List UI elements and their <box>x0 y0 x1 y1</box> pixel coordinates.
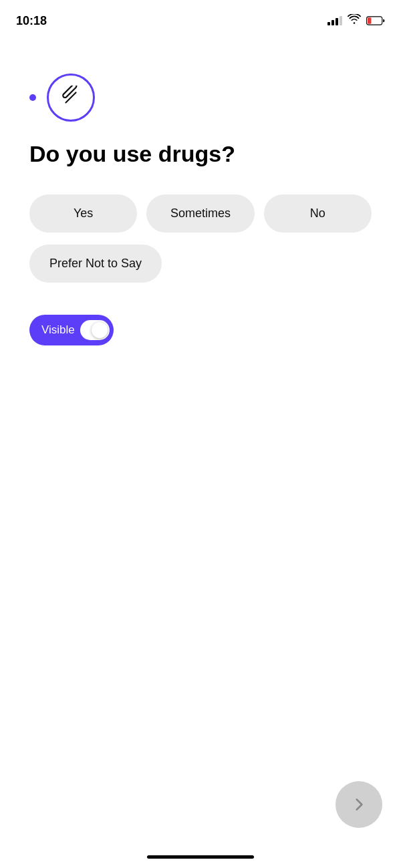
visible-toggle[interactable]: Visible <box>29 315 114 345</box>
answer-prefer-not-button[interactable]: Prefer Not to Say <box>29 245 162 283</box>
svg-rect-2 <box>62 86 78 98</box>
svg-line-3 <box>66 93 76 103</box>
pill-icon <box>47 74 95 122</box>
toggle-knob <box>92 322 108 338</box>
status-time: 10:18 <box>16 14 47 28</box>
bullet-dot <box>29 94 36 101</box>
answer-sometimes-button[interactable]: Sometimes <box>146 194 254 233</box>
visible-toggle-row: Visible <box>29 315 372 345</box>
battery-icon <box>366 16 385 25</box>
status-icons <box>327 14 385 27</box>
visible-label: Visible <box>41 323 75 337</box>
next-button[interactable] <box>336 781 382 828</box>
toggle-track <box>80 320 110 340</box>
signal-icon <box>327 16 342 25</box>
question-title: Do you use drugs? <box>29 140 372 168</box>
svg-rect-1 <box>368 17 372 23</box>
answers-row-1: Yes Sometimes No <box>29 194 372 233</box>
answers-row-2: Prefer Not to Say <box>29 245 372 283</box>
icon-row <box>29 74 372 122</box>
wifi-icon <box>348 14 361 27</box>
main-content: Do you use drugs? Yes Sometimes No Prefe… <box>0 33 401 345</box>
answer-no-button[interactable]: No <box>264 194 372 233</box>
home-indicator <box>147 855 254 859</box>
answer-yes-button[interactable]: Yes <box>29 194 137 233</box>
chevron-right-icon <box>350 796 368 813</box>
status-bar: 10:18 <box>0 0 401 33</box>
